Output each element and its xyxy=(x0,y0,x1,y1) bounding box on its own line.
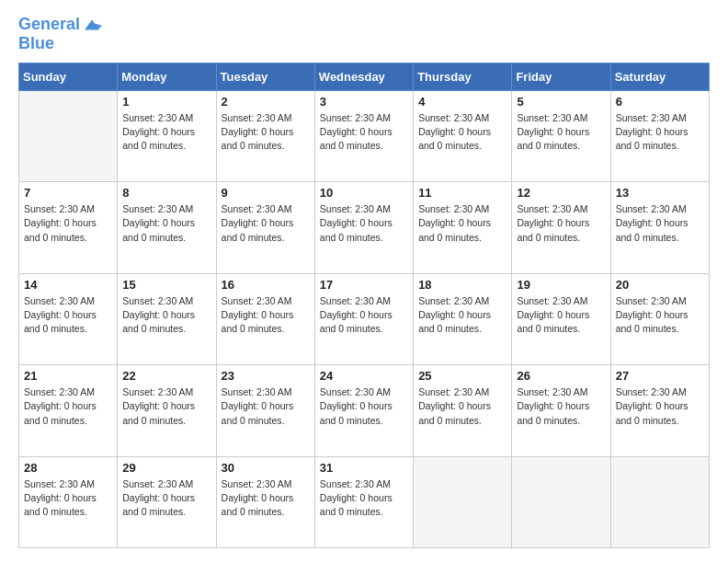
day-number: 12 xyxy=(517,186,605,200)
day-number: 8 xyxy=(122,186,210,200)
day-info: Sunset: 2:30 AM Daylight: 0 hours and 0 … xyxy=(222,202,310,245)
calendar-week-0: 1Sunset: 2:30 AM Daylight: 0 hours and 0… xyxy=(19,90,710,181)
day-number: 22 xyxy=(122,369,210,383)
calendar-cell: 8Sunset: 2:30 AM Daylight: 0 hours and 0… xyxy=(118,182,216,273)
day-info: Sunset: 2:30 AM Daylight: 0 hours and 0 … xyxy=(418,294,506,337)
calendar-week-4: 28Sunset: 2:30 AM Daylight: 0 hours and … xyxy=(19,456,710,547)
logo-text-blue: Blue xyxy=(18,35,102,53)
day-number: 21 xyxy=(24,369,112,383)
day-number: 17 xyxy=(320,278,408,292)
calendar-cell: 28Sunset: 2:30 AM Daylight: 0 hours and … xyxy=(19,456,118,547)
calendar-cell: 9Sunset: 2:30 AM Daylight: 0 hours and 0… xyxy=(216,182,314,273)
day-info: Sunset: 2:30 AM Daylight: 0 hours and 0 … xyxy=(320,385,408,428)
calendar-week-1: 7Sunset: 2:30 AM Daylight: 0 hours and 0… xyxy=(19,182,710,273)
calendar-cell: 17Sunset: 2:30 AM Daylight: 0 hours and … xyxy=(314,273,413,364)
day-number: 15 xyxy=(122,278,210,292)
day-info: Sunset: 2:30 AM Daylight: 0 hours and 0 … xyxy=(418,111,506,154)
day-info: Sunset: 2:30 AM Daylight: 0 hours and 0 … xyxy=(517,202,605,245)
day-info: Sunset: 2:30 AM Daylight: 0 hours and 0 … xyxy=(222,111,310,154)
day-number: 3 xyxy=(320,95,408,109)
calendar-cell: 20Sunset: 2:30 AM Daylight: 0 hours and … xyxy=(610,273,709,364)
day-number: 2 xyxy=(222,95,310,109)
day-number: 4 xyxy=(418,95,506,109)
day-number: 26 xyxy=(517,369,605,383)
day-number: 9 xyxy=(222,186,310,200)
day-info: Sunset: 2:30 AM Daylight: 0 hours and 0 … xyxy=(222,385,310,428)
calendar-table: SundayMondayTuesdayWednesdayThursdayFrid… xyxy=(18,63,710,548)
day-number: 20 xyxy=(616,278,704,292)
day-info: Sunset: 2:30 AM Daylight: 0 hours and 0 … xyxy=(517,385,605,428)
calendar-cell xyxy=(19,90,118,181)
col-header-saturday: Saturday xyxy=(610,63,709,90)
calendar-cell: 21Sunset: 2:30 AM Daylight: 0 hours and … xyxy=(19,365,118,456)
calendar-cell: 31Sunset: 2:30 AM Daylight: 0 hours and … xyxy=(314,456,413,547)
col-header-thursday: Thursday xyxy=(414,63,512,90)
day-info: Sunset: 2:30 AM Daylight: 0 hours and 0 … xyxy=(24,385,112,428)
day-number: 7 xyxy=(24,186,112,200)
calendar-cell: 11Sunset: 2:30 AM Daylight: 0 hours and … xyxy=(414,182,512,273)
day-number: 24 xyxy=(320,369,408,383)
day-info: Sunset: 2:30 AM Daylight: 0 hours and 0 … xyxy=(616,294,704,337)
calendar-cell: 25Sunset: 2:30 AM Daylight: 0 hours and … xyxy=(414,365,512,456)
day-info: Sunset: 2:30 AM Daylight: 0 hours and 0 … xyxy=(517,294,605,337)
day-number: 5 xyxy=(517,95,605,109)
day-info: Sunset: 2:30 AM Daylight: 0 hours and 0 … xyxy=(320,202,408,245)
calendar-cell: 2Sunset: 2:30 AM Daylight: 0 hours and 0… xyxy=(216,90,314,181)
day-number: 16 xyxy=(222,278,310,292)
calendar-cell: 5Sunset: 2:30 AM Daylight: 0 hours and 0… xyxy=(512,90,610,181)
day-info: Sunset: 2:30 AM Daylight: 0 hours and 0 … xyxy=(122,294,210,337)
col-header-friday: Friday xyxy=(512,63,610,90)
logo-icon xyxy=(82,15,102,35)
calendar-cell: 12Sunset: 2:30 AM Daylight: 0 hours and … xyxy=(512,182,610,273)
page: General Blue SundayMondayTuesdayWednesda… xyxy=(0,0,728,563)
calendar-cell xyxy=(610,456,709,547)
calendar-cell: 10Sunset: 2:30 AM Daylight: 0 hours and … xyxy=(314,182,413,273)
day-number: 27 xyxy=(616,369,704,383)
calendar-cell: 30Sunset: 2:30 AM Daylight: 0 hours and … xyxy=(216,456,314,547)
calendar-cell: 7Sunset: 2:30 AM Daylight: 0 hours and 0… xyxy=(19,182,118,273)
calendar-cell: 6Sunset: 2:30 AM Daylight: 0 hours and 0… xyxy=(610,90,709,181)
day-info: Sunset: 2:30 AM Daylight: 0 hours and 0 … xyxy=(222,477,310,520)
calendar-cell: 16Sunset: 2:30 AM Daylight: 0 hours and … xyxy=(216,273,314,364)
day-info: Sunset: 2:30 AM Daylight: 0 hours and 0 … xyxy=(24,294,112,337)
calendar-cell: 27Sunset: 2:30 AM Daylight: 0 hours and … xyxy=(610,365,709,456)
calendar-cell: 29Sunset: 2:30 AM Daylight: 0 hours and … xyxy=(118,456,216,547)
calendar-cell: 3Sunset: 2:30 AM Daylight: 0 hours and 0… xyxy=(314,90,413,181)
day-number: 1 xyxy=(122,95,210,109)
day-info: Sunset: 2:30 AM Daylight: 0 hours and 0 … xyxy=(616,202,704,245)
day-number: 29 xyxy=(122,461,210,475)
day-info: Sunset: 2:30 AM Daylight: 0 hours and 0 … xyxy=(122,111,210,154)
day-number: 11 xyxy=(418,186,506,200)
day-info: Sunset: 2:30 AM Daylight: 0 hours and 0 … xyxy=(418,385,506,428)
day-number: 28 xyxy=(24,461,112,475)
day-info: Sunset: 2:30 AM Daylight: 0 hours and 0 … xyxy=(418,202,506,245)
day-number: 14 xyxy=(24,278,112,292)
day-number: 23 xyxy=(222,369,310,383)
col-header-wednesday: Wednesday xyxy=(314,63,413,90)
calendar-week-2: 14Sunset: 2:30 AM Daylight: 0 hours and … xyxy=(19,273,710,364)
day-info: Sunset: 2:30 AM Daylight: 0 hours and 0 … xyxy=(517,111,605,154)
day-info: Sunset: 2:30 AM Daylight: 0 hours and 0 … xyxy=(24,202,112,245)
header: General Blue xyxy=(18,15,710,53)
calendar-cell: 23Sunset: 2:30 AM Daylight: 0 hours and … xyxy=(216,365,314,456)
day-info: Sunset: 2:30 AM Daylight: 0 hours and 0 … xyxy=(222,294,310,337)
day-number: 31 xyxy=(320,461,408,475)
day-info: Sunset: 2:30 AM Daylight: 0 hours and 0 … xyxy=(122,202,210,245)
day-info: Sunset: 2:30 AM Daylight: 0 hours and 0 … xyxy=(320,477,408,520)
calendar-week-3: 21Sunset: 2:30 AM Daylight: 0 hours and … xyxy=(19,365,710,456)
day-info: Sunset: 2:30 AM Daylight: 0 hours and 0 … xyxy=(24,477,112,520)
calendar-cell: 19Sunset: 2:30 AM Daylight: 0 hours and … xyxy=(512,273,610,364)
day-info: Sunset: 2:30 AM Daylight: 0 hours and 0 … xyxy=(616,111,704,154)
col-header-sunday: Sunday xyxy=(19,63,118,90)
calendar-header-row: SundayMondayTuesdayWednesdayThursdayFrid… xyxy=(19,63,710,90)
logo: General Blue xyxy=(18,15,102,53)
day-number: 6 xyxy=(616,95,704,109)
day-info: Sunset: 2:30 AM Daylight: 0 hours and 0 … xyxy=(122,477,210,520)
calendar-cell: 22Sunset: 2:30 AM Daylight: 0 hours and … xyxy=(118,365,216,456)
calendar-cell: 14Sunset: 2:30 AM Daylight: 0 hours and … xyxy=(19,273,118,364)
day-number: 18 xyxy=(418,278,506,292)
day-number: 19 xyxy=(517,278,605,292)
day-info: Sunset: 2:30 AM Daylight: 0 hours and 0 … xyxy=(320,294,408,337)
calendar-cell: 13Sunset: 2:30 AM Daylight: 0 hours and … xyxy=(610,182,709,273)
day-number: 30 xyxy=(222,461,310,475)
